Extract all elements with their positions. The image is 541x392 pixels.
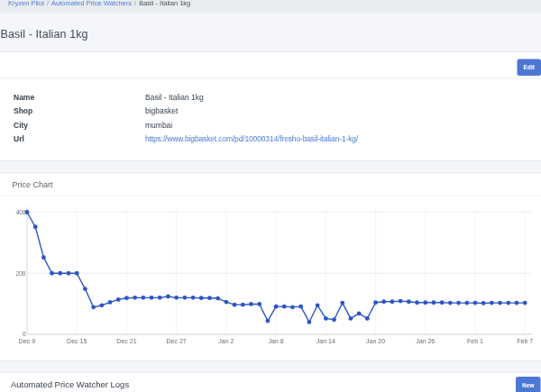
svg-text:Dec 27: Dec 27 [167,338,187,344]
svg-text:Jan 26: Jan 26 [416,338,435,344]
svg-text:Dec 21: Dec 21 [116,338,136,344]
svg-text:Dec 15: Dec 15 [67,338,87,344]
svg-text:Jan 20: Jan 20 [366,338,385,344]
svg-text:Jan 2: Jan 2 [218,338,234,344]
svg-text:Jan 14: Jan 14 [316,338,335,344]
svg-text:0: 0 [23,331,26,337]
svg-text:Dec 9: Dec 9 [19,338,35,344]
svg-text:400: 400 [16,209,26,215]
svg-text:Feb 7: Feb 7 [517,338,533,344]
svg-text:Feb 1: Feb 1 [467,338,483,344]
svg-text:Jan 8: Jan 8 [269,338,284,344]
svg-text:200: 200 [16,270,26,277]
